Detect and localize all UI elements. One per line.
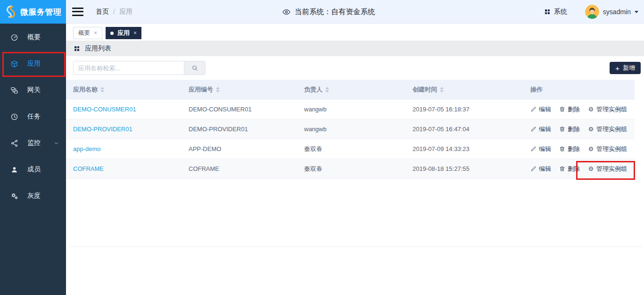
edit-label: 编辑 — [539, 165, 551, 173]
sidebar-item-label: 任务 — [27, 112, 41, 121]
delete-action[interactable]: 删除 — [559, 165, 580, 173]
app-created-time: 2019-08-18 15:27:55 — [413, 165, 470, 172]
manage-instances-action[interactable]: 管理实例组 — [588, 125, 627, 134]
edit-icon — [530, 146, 537, 152]
manage-label: 管理实例组 — [596, 145, 627, 153]
app-name-link[interactable]: DEMO-CONUSMER01 — [73, 106, 136, 113]
column-label: 应用编号 — [189, 85, 213, 94]
app-code: DEMO-PROVIDER01 — [189, 126, 248, 133]
add-button[interactable]: + 新增 — [610, 62, 641, 74]
add-button-label: 新增 — [623, 64, 635, 72]
app-name-link[interactable]: app-demo — [73, 145, 101, 152]
sort-icon[interactable] — [216, 87, 220, 93]
manage-instances-action[interactable]: 管理实例组 — [588, 165, 627, 173]
app-code: DEMO-CONSUMER01 — [189, 106, 252, 113]
sidebar: 微服务管理 概要应用网关任务监控成员灰度 — [0, 0, 66, 295]
sidebar-item-1[interactable]: 应用 — [0, 51, 66, 77]
app-root: 微服务管理 概要应用网关任务监控成员灰度 首页 / 应用 当前系统：自有资金系统… — [0, 0, 644, 295]
tab-applications[interactable]: 应用 × — [106, 27, 141, 39]
gateway-icon — [10, 86, 18, 94]
table-row: COFRAMECOFRAME秦双春2019-08-18 15:27:55编辑删除… — [66, 159, 635, 179]
app-title: 微服务管理 — [20, 7, 62, 17]
close-icon[interactable]: × — [133, 30, 137, 36]
column-header-1[interactable]: 应用编号 — [182, 85, 297, 94]
app-created-time: 2019-07-09 14:33:23 — [413, 145, 470, 152]
member-icon — [10, 166, 18, 174]
delete-label: 删除 — [568, 105, 580, 114]
breadcrumb: 首页 / 应用 — [96, 8, 132, 16]
app-created-time: 2019-07-05 16:18:37 — [413, 106, 470, 113]
column-label: 创建时间 — [413, 85, 437, 94]
manage-label: 管理实例组 — [596, 125, 627, 134]
chevron-down-icon — [53, 140, 59, 146]
manage-instances-action[interactable]: 管理实例组 — [588, 145, 627, 153]
sidebar-item-label: 网关 — [27, 86, 41, 94]
breadcrumb-separator: / — [113, 8, 115, 16]
sort-icon[interactable] — [100, 87, 104, 93]
sidebar-item-4[interactable]: 监控 — [0, 130, 66, 156]
edit-icon — [530, 126, 537, 132]
app-owner: 秦双春 — [304, 145, 322, 153]
sidebar-item-6[interactable]: 灰度 — [0, 183, 66, 209]
sidebar-item-3[interactable]: 任务 — [0, 103, 66, 130]
app-name-link[interactable]: COFRAME — [73, 165, 104, 172]
monitor-icon — [10, 139, 18, 147]
column-header-2[interactable]: 负责人 — [297, 85, 405, 94]
plus-icon: + — [615, 65, 619, 72]
user-menu[interactable]: sysadmin — [585, 5, 638, 19]
delete-label: 删除 — [568, 125, 580, 134]
sort-icon[interactable] — [325, 87, 329, 93]
search-input[interactable] — [73, 61, 184, 75]
sort-icon[interactable] — [440, 87, 444, 93]
manage-icon — [588, 166, 594, 172]
clock-icon — [10, 113, 18, 121]
delete-icon — [559, 166, 565, 172]
column-header-0[interactable]: 应用名称 — [66, 85, 182, 94]
tab-overview[interactable]: 概要 × — [73, 27, 102, 39]
sidebar-item-2[interactable]: 网关 — [0, 77, 66, 103]
page-title: 应用列表 — [85, 44, 111, 53]
search-group — [73, 61, 206, 75]
column-header-4: 操作 — [523, 85, 635, 94]
breadcrumb-home[interactable]: 首页 — [96, 8, 109, 16]
edit-action[interactable]: 编辑 — [530, 105, 551, 114]
current-system-text: 当前系统：自有资金系统 — [295, 7, 375, 17]
edit-label: 编辑 — [539, 105, 551, 114]
search-button[interactable] — [184, 61, 206, 75]
dashboard-icon — [10, 34, 18, 42]
edit-action[interactable]: 编辑 — [530, 145, 551, 153]
sidebar-item-0[interactable]: 概要 — [0, 24, 66, 51]
table-row: DEMO-CONUSMER01DEMO-CONSUMER01wangwb2019… — [66, 100, 635, 119]
edit-icon — [530, 106, 537, 112]
current-system-indicator: 当前系统：自有资金系统 — [282, 0, 375, 24]
delete-action[interactable]: 删除 — [559, 145, 580, 153]
close-icon[interactable]: × — [94, 30, 97, 36]
column-label: 负责人 — [304, 85, 322, 94]
sidebar-item-label: 灰度 — [27, 192, 41, 200]
delete-action[interactable]: 删除 — [559, 105, 580, 114]
app-created-time: 2019-07-05 16:47:04 — [413, 126, 470, 133]
manage-icon — [588, 126, 594, 132]
sidebar-item-5[interactable]: 成员 — [0, 156, 66, 183]
gears-icon — [10, 192, 18, 200]
manage-icon — [588, 106, 594, 112]
column-header-3[interactable]: 创建时间 — [405, 85, 523, 94]
menu-toggle-icon[interactable] — [72, 8, 83, 16]
manage-label: 管理实例组 — [596, 105, 627, 114]
applications-table: 应用名称应用编号负责人创建时间操作 DEMO-CONUSMER01DEMO-CO… — [66, 80, 635, 179]
delete-label: 删除 — [568, 165, 580, 173]
app-owner: 秦双春 — [304, 165, 322, 173]
grid-icon — [74, 45, 80, 52]
active-dot-icon — [110, 32, 114, 35]
edit-action[interactable]: 编辑 — [530, 165, 551, 173]
delete-icon — [559, 106, 565, 112]
edit-action[interactable]: 编辑 — [530, 125, 551, 134]
manage-instances-action[interactable]: 管理实例组 — [588, 105, 627, 114]
delete-label: 删除 — [568, 145, 580, 153]
avatar — [585, 5, 599, 19]
system-menu[interactable]: 系统 — [544, 8, 567, 16]
delete-icon — [559, 146, 565, 152]
delete-action[interactable]: 删除 — [559, 125, 580, 134]
tab-label: 应用 — [117, 29, 130, 37]
app-name-link[interactable]: DEMO-PROVIDER01 — [73, 126, 132, 133]
